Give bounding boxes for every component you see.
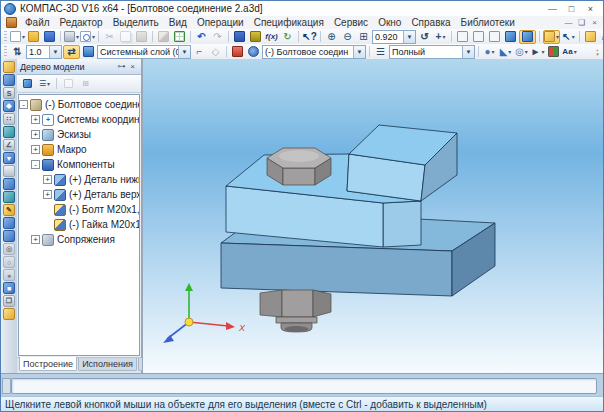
toolbar-grip[interactable]	[4, 46, 7, 57]
check-collisions-button[interactable]	[546, 45, 561, 58]
close-tree-icon[interactable]: ×	[127, 62, 138, 71]
tree-item-bolt[interactable]: (-) Болт M20x1,5-6gх	[19, 202, 139, 217]
expand-toggle[interactable]: +	[43, 175, 52, 184]
panel-part-icon[interactable]	[3, 230, 15, 242]
tree-report-button[interactable]	[61, 77, 76, 90]
new-document-button[interactable]: ▾	[10, 30, 25, 43]
menu-specification[interactable]: Спецификация	[249, 16, 329, 29]
panel-solid-icon[interactable]	[3, 74, 15, 86]
tree-item-components[interactable]: - Компоненты	[19, 157, 139, 172]
tab-versions[interactable]: Исполнения	[78, 358, 137, 371]
model-3d-view[interactable]: X	[143, 59, 604, 373]
expand-toggle[interactable]: +	[31, 235, 40, 244]
component-settings-button[interactable]	[246, 45, 261, 58]
menu-operations[interactable]: Операции	[192, 16, 249, 29]
tree-item-sketches[interactable]: + Эскизы	[19, 127, 139, 142]
library-manager-button[interactable]	[232, 30, 247, 43]
menu-libraries[interactable]: Библиотеки	[456, 16, 520, 29]
tree-item-lower-part[interactable]: + (+) Деталь нижняя	[19, 172, 139, 187]
direction-tools-button[interactable]: ►▾	[530, 45, 545, 58]
undo-button[interactable]: ↶	[194, 30, 209, 43]
layers-button[interactable]	[81, 45, 96, 58]
shaded-edges-view-button[interactable]	[519, 30, 536, 44]
rotate-view-button[interactable]: ↺	[417, 30, 432, 43]
expand-toggle[interactable]: -	[31, 160, 40, 169]
panel-spec-icon[interactable]	[3, 165, 15, 177]
close-button[interactable]: ×	[581, 2, 600, 15]
bolt-washer-face[interactable]	[276, 317, 317, 323]
step-combobox[interactable]: 1.0▼	[26, 45, 62, 59]
panel-curves-icon[interactable]: S	[3, 87, 15, 99]
lower-part-front-face[interactable]	[221, 243, 452, 296]
menu-file[interactable]: Файл	[20, 16, 55, 29]
panel-edit-icon[interactable]: ✎	[3, 204, 15, 216]
display-list-button[interactable]: ☰	[373, 45, 388, 58]
mdi-minimize-button[interactable]: —	[562, 18, 575, 27]
document-icon[interactable]	[6, 17, 17, 28]
panel-auxiliary-icon[interactable]	[3, 126, 15, 138]
expand-toggle[interactable]: +	[31, 115, 40, 124]
display-mode-combobox[interactable]: Полный▼	[389, 45, 475, 59]
pan-view-button[interactable]: +▾	[433, 30, 448, 43]
panel-paint-icon[interactable]	[3, 217, 15, 229]
zoom-scale-combobox[interactable]: 0.920▼	[372, 30, 416, 44]
selection-mode-button[interactable]: ↖▾	[561, 30, 576, 43]
shaded-view-button[interactable]	[503, 30, 518, 43]
tree-item-nut[interactable]: (-) Гайка M20x1,5-6H	[19, 217, 139, 232]
menu-view[interactable]: Вид	[164, 16, 192, 29]
layer-combobox[interactable]: Системный слой (0)▼	[97, 45, 191, 59]
zoom-in-button[interactable]: ⊕	[324, 30, 339, 43]
spreadsheet-button[interactable]	[172, 30, 187, 43]
component-combobox[interactable]: (-) Болтовое соедин▼	[262, 45, 366, 59]
tree-item-assembly[interactable]: - (-) Болтовое соединение 2 (Т	[19, 97, 139, 112]
panel-lens-icon[interactable]: ●	[3, 269, 15, 281]
rounds-tools-button[interactable]: ◎▾	[514, 45, 529, 58]
menu-help[interactable]: Справка	[406, 16, 455, 29]
sketch-button[interactable]	[230, 45, 245, 58]
panel-arrays-icon[interactable]: ∷	[3, 113, 15, 125]
nut-right-face[interactable]	[313, 290, 331, 317]
text-tools-button[interactable]: Аа▾	[562, 45, 577, 58]
copy-properties-button[interactable]	[156, 30, 171, 43]
panel-surfaces-icon[interactable]: ◆	[3, 100, 15, 112]
expand-toggle[interactable]: +	[31, 145, 40, 154]
bolt-head-front-face[interactable]	[283, 168, 315, 185]
nut-front-face[interactable]	[282, 290, 313, 317]
simplify-display-button[interactable]	[583, 30, 598, 43]
tab-construction[interactable]: Построение	[19, 357, 77, 371]
toolbar-grip[interactable]	[4, 31, 7, 42]
menu-window[interactable]: Окно	[373, 16, 406, 29]
tree-relations-button[interactable]: ⊞	[78, 77, 93, 90]
menu-service[interactable]: Сервис	[329, 16, 373, 29]
open-document-button[interactable]	[26, 30, 41, 43]
model-viewport[interactable]: X	[142, 59, 603, 373]
snap-toggle-button[interactable]: ⇄	[63, 45, 80, 59]
property-bar-handle[interactable]	[2, 378, 11, 394]
print-preview-button[interactable]: ▾	[80, 30, 95, 43]
expand-toggle[interactable]: +	[31, 130, 40, 139]
maximize-button[interactable]: □	[562, 2, 581, 15]
tree-composition-button[interactable]: ☰▾	[37, 77, 52, 90]
zoom-out-button[interactable]: ⊖	[340, 30, 355, 43]
nut-left-face[interactable]	[260, 290, 282, 317]
wireframe-view-button[interactable]	[455, 30, 470, 43]
tree-item-mates[interactable]: + Сопряжения	[19, 232, 139, 247]
context-help-button[interactable]: ↖?	[302, 30, 317, 43]
hidden-thin-view-button[interactable]	[487, 30, 502, 43]
cut-button[interactable]: ✂	[102, 30, 117, 43]
section-tools-button[interactable]: ◣▾	[498, 45, 513, 58]
panel-conditional-icon[interactable]	[3, 191, 15, 203]
local-csys-button[interactable]: ⌐	[192, 45, 207, 58]
tree-item-macro[interactable]: + Макро	[19, 142, 139, 157]
minimize-button[interactable]: —	[543, 2, 562, 15]
exchange-button[interactable]: ↻	[280, 30, 295, 43]
mdi-restore-button[interactable]: ❏	[575, 18, 588, 27]
redo-button[interactable]: ↷	[210, 30, 225, 43]
panel-round2-icon[interactable]: ○	[3, 256, 15, 268]
panel-lock-icon[interactable]: ■	[3, 282, 15, 294]
zoom-area-button[interactable]: ⊞	[356, 30, 371, 43]
toolbar-overflow[interactable]: ▪▾	[594, 48, 601, 56]
home-view-button[interactable]: ⌂▾	[599, 30, 604, 43]
panel-measure-icon[interactable]: ∠	[3, 139, 15, 151]
orientation-button[interactable]: ▾	[543, 30, 560, 44]
